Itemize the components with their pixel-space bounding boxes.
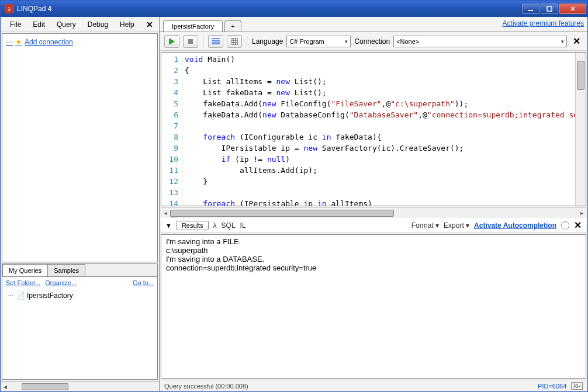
query-tree-item[interactable]: ⋯ 📄 IpersistFactory — [7, 291, 153, 300]
connection-label: Connection — [354, 37, 390, 46]
menubar: File Edit Query Debug Help ✕ — [1, 17, 159, 32]
svg-rect-0 — [528, 10, 533, 11]
tab-results[interactable]: Results — [177, 221, 209, 230]
run-button[interactable] — [164, 35, 179, 48]
output-panel[interactable]: I'm saving into a FILE. c:\superpath I'm… — [161, 234, 586, 379]
menu-query[interactable]: Query — [51, 19, 82, 30]
file-icon: 📄 — [16, 292, 25, 300]
add-connection-link[interactable]: ⋯ ✦ Add connection — [6, 37, 154, 47]
minimize-button[interactable] — [522, 4, 539, 14]
query-item-label: IpersistFactory — [27, 292, 73, 300]
scrollbar-thumb[interactable] — [170, 210, 394, 217]
tree-line: ⋯ — [7, 292, 14, 300]
status-pid: PID=6064 — [538, 383, 566, 390]
tab-samples[interactable]: Samples — [47, 264, 85, 276]
view-list-button[interactable] — [208, 35, 223, 48]
export-menu[interactable]: Export ▾ — [444, 221, 469, 230]
editor-vscroll[interactable] — [575, 53, 586, 206]
results-close-icon[interactable]: ✕ — [574, 220, 582, 231]
code-editor[interactable]: 123456789101112131415 void Main() { List… — [161, 52, 586, 206]
editor-close-icon[interactable]: ✕ — [570, 36, 583, 47]
connections-panel: ⋯ ✦ Add connection — [2, 33, 158, 262]
results-dropdown-icon[interactable]: ▼ — [165, 222, 172, 229]
maximize-button[interactable] — [541, 4, 558, 14]
set-folder-link[interactable]: Set Folder... — [6, 279, 40, 286]
close-button[interactable] — [559, 4, 586, 14]
tree-line: ⋯ — [6, 38, 13, 46]
star-icon: ✦ — [15, 37, 22, 47]
add-connection-label: Add connection — [25, 38, 73, 46]
document-tab[interactable]: IpersistFactory — [163, 20, 223, 32]
editor-hscroll[interactable]: ◂ ▸ — [161, 207, 586, 218]
premium-link[interactable]: Activate premium features — [503, 19, 584, 29]
window-title: LINQPad 4 — [17, 5, 522, 13]
tab-my-queries[interactable]: My Queries — [2, 264, 48, 276]
tab-lambda[interactable]: λ — [213, 221, 217, 230]
tab-il[interactable]: IL — [240, 221, 246, 230]
stop-button[interactable] — [183, 35, 198, 48]
code-area[interactable]: void Main() { List allItems = new List()… — [182, 53, 575, 206]
menu-edit[interactable]: Edit — [27, 19, 51, 30]
scrollbar-thumb[interactable] — [22, 383, 68, 390]
new-tab-button[interactable]: + — [224, 20, 241, 32]
organize-link[interactable]: Organize... — [45, 279, 77, 286]
goto-link[interactable]: Go to... — [133, 279, 154, 286]
language-label: Language — [252, 37, 283, 46]
left-scrollbar[interactable]: ◂ — [1, 381, 159, 391]
tab-sql[interactable]: SQL — [222, 221, 236, 230]
view-grid-button[interactable] — [227, 35, 242, 48]
svg-rect-2 — [188, 39, 193, 44]
menu-debug[interactable]: Debug — [82, 19, 114, 30]
spinner-icon — [561, 221, 569, 230]
queries-panel: My Queries Samples Set Folder... Organiz… — [2, 263, 158, 380]
svg-rect-1 — [547, 6, 552, 11]
autocomplete-link[interactable]: Activate Autocompletion — [474, 221, 556, 230]
app-icon: λ — [5, 4, 14, 13]
resize-grip[interactable]: /o- — [571, 382, 583, 390]
scroll-right-icon[interactable]: ▸ — [577, 210, 586, 216]
format-menu[interactable]: Format ▾ — [411, 221, 439, 230]
menu-file[interactable]: File — [4, 19, 27, 30]
titlebar[interactable]: λ LINQPad 4 — [1, 1, 587, 17]
scrollbar-thumb[interactable] — [577, 61, 584, 90]
line-gutter: 123456789101112131415 — [161, 53, 182, 206]
language-select[interactable]: C# Program — [286, 36, 351, 47]
status-message: Query successful (00:00.008) — [164, 383, 248, 390]
panel-close-icon[interactable]: ✕ — [144, 20, 155, 29]
connection-select[interactable]: <None> — [393, 36, 567, 47]
menu-help[interactable]: Help — [114, 19, 140, 30]
scroll-left-icon[interactable]: ◂ — [1, 383, 10, 391]
